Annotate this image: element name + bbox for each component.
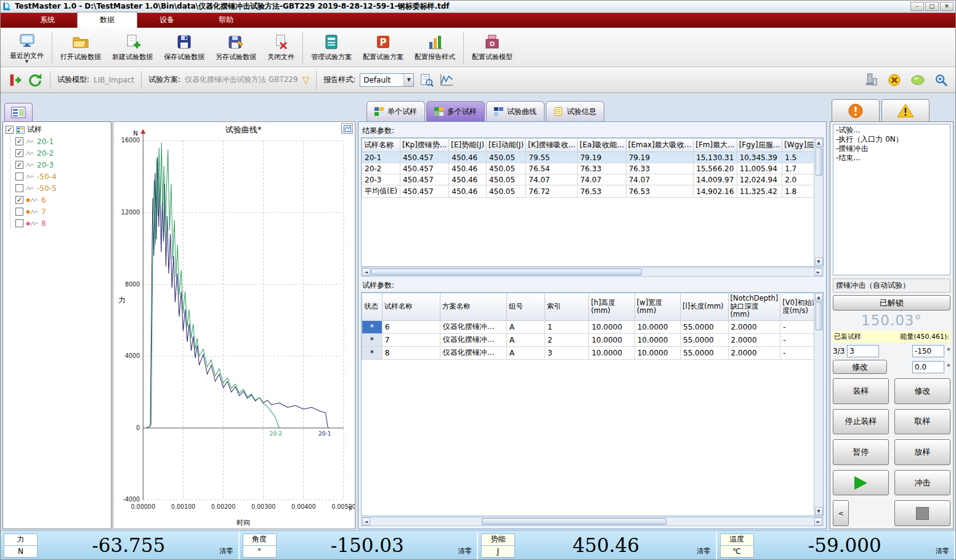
samples-vertical-scrollbar[interactable]: ▲ ▼ bbox=[814, 293, 823, 516]
clear-button[interactable]: 清零 bbox=[458, 546, 472, 558]
tree-item[interactable]: ✓20-2 bbox=[14, 147, 110, 159]
menu-item-1[interactable]: 数据 bbox=[77, 12, 137, 28]
column-header[interactable]: [h]高度 (mm) bbox=[589, 293, 634, 321]
tab-test-curve[interactable]: 试验曲线 bbox=[486, 101, 545, 121]
menu-item-0[interactable]: 系统 bbox=[18, 12, 77, 28]
scroll-thumb[interactable] bbox=[482, 518, 666, 525]
column-header[interactable]: [E]势能(J) bbox=[449, 139, 487, 152]
scroll-thumb[interactable] bbox=[816, 147, 822, 176]
tree-item-checkbox[interactable]: ✓ bbox=[15, 196, 23, 204]
tree-item-checkbox[interactable]: ✓ bbox=[15, 149, 23, 157]
save-data-button[interactable]: 保存试验数据 bbox=[158, 30, 210, 65]
column-header[interactable]: [Fm]最大... bbox=[694, 139, 737, 152]
scroll-thumb[interactable] bbox=[371, 269, 642, 275]
results-horizontal-scrollbar[interactable]: ◄ ► bbox=[361, 267, 824, 277]
scroll-left-arrow[interactable]: ◄ bbox=[362, 517, 370, 526]
table-row[interactable]: *6仪器化摆锤冲...A110.000010.000055.00002.0000… bbox=[362, 320, 823, 333]
results-vertical-scrollbar[interactable]: ▲ ▼ bbox=[814, 138, 823, 266]
column-header[interactable]: [Emax]最大吸收... bbox=[626, 139, 694, 152]
chart-export-button[interactable] bbox=[341, 123, 353, 134]
column-header[interactable]: [Fgy]屈服... bbox=[737, 139, 782, 152]
menu-item-2[interactable]: 设备 bbox=[137, 12, 196, 28]
table-row[interactable]: 20-3450.457450.46450.0574.0774.0774.0714… bbox=[362, 174, 824, 185]
pause-button[interactable]: 暂停 bbox=[833, 439, 889, 465]
open-data-button[interactable]: 打开试验数据 bbox=[55, 30, 107, 65]
load-sample-button[interactable]: 装样 bbox=[833, 378, 889, 404]
column-header[interactable]: [K]摆锤吸收... bbox=[526, 139, 578, 152]
start-button[interactable] bbox=[833, 470, 889, 496]
tree-item-checkbox[interactable] bbox=[15, 208, 23, 216]
tab-multi-sample[interactable]: 多个试样 bbox=[426, 101, 485, 121]
tree-item-checkbox[interactable] bbox=[15, 184, 23, 192]
stop-button[interactable] bbox=[894, 500, 950, 526]
table-row[interactable]: *8仪器化摆锤冲...A310.000010.000055.00002.0000… bbox=[362, 346, 823, 359]
config-model-button[interactable]: 配置试验模型 bbox=[466, 30, 518, 65]
target-angle-input[interactable] bbox=[912, 345, 944, 357]
tree-root[interactable]: ✓ 试样 bbox=[4, 124, 110, 136]
release-sample-button[interactable]: 放样 bbox=[894, 439, 950, 465]
minimize-button[interactable]: – bbox=[910, 2, 924, 11]
tab-test-info[interactable]: 试验信息 bbox=[546, 101, 604, 121]
tree-tab[interactable] bbox=[4, 103, 33, 121]
tree-item[interactable]: 8 bbox=[14, 217, 110, 229]
save-as-data-button[interactable]: 另存试验数据 bbox=[210, 30, 262, 65]
tree-item[interactable]: -50-5 bbox=[14, 182, 110, 194]
column-header[interactable]: [Kp]摆锤势... bbox=[400, 139, 448, 152]
scroll-right-arrow[interactable]: ► bbox=[814, 268, 822, 276]
samples-horizontal-scrollbar[interactable]: ◄ ► bbox=[361, 517, 824, 526]
clear-button[interactable]: 清零 bbox=[697, 546, 711, 558]
restore-button[interactable]: □ bbox=[925, 2, 939, 11]
scroll-down-arrow[interactable]: ▼ bbox=[815, 258, 823, 266]
table-row[interactable]: 20-1450.457450.46450.0579.5579.1979.1915… bbox=[362, 152, 824, 163]
column-header[interactable]: [Ea]吸收能... bbox=[577, 139, 626, 152]
tree-item-checkbox[interactable] bbox=[15, 219, 23, 227]
column-header[interactable]: [l]长度(mm) bbox=[681, 293, 729, 321]
config-report-button[interactable]: 配置报告样式 bbox=[409, 30, 461, 65]
tree-item-checkbox[interactable]: ✓ bbox=[15, 161, 23, 169]
scroll-up-arrow[interactable]: ▲ bbox=[815, 139, 823, 147]
tree-item-checkbox[interactable]: ✓ bbox=[15, 137, 23, 145]
print-preview-button[interactable] bbox=[418, 72, 434, 88]
tree-item[interactable]: ✓20-3 bbox=[14, 159, 110, 171]
tree-item[interactable]: ✓20-1 bbox=[14, 136, 110, 147]
column-header[interactable]: 状态 bbox=[362, 293, 383, 321]
curve-edit-button[interactable] bbox=[439, 72, 455, 88]
device-icon[interactable] bbox=[863, 72, 879, 88]
tree-item-checkbox[interactable] bbox=[15, 172, 23, 181]
zero-angle-input[interactable] bbox=[912, 361, 944, 373]
tab-warnings[interactable] bbox=[881, 99, 930, 121]
column-header[interactable]: 试样名称 bbox=[362, 139, 400, 152]
disconnect-icon[interactable] bbox=[886, 72, 902, 88]
clear-button[interactable]: 清零 bbox=[220, 546, 233, 558]
close-button[interactable]: ✕ bbox=[940, 2, 954, 11]
settings-search-button[interactable] bbox=[933, 72, 949, 88]
tree-item[interactable]: -50-4 bbox=[14, 171, 110, 182]
recent-files-button[interactable]: 最近的文件 ▼ bbox=[4, 30, 49, 65]
menu-item-3[interactable]: 帮助 bbox=[196, 12, 256, 28]
tree-item[interactable]: 7 bbox=[14, 206, 110, 217]
take-sample-button[interactable]: 取样 bbox=[894, 409, 950, 435]
tab-single-sample[interactable]: 单个试样 bbox=[367, 101, 425, 121]
scroll-down-arrow[interactable]: ▼ bbox=[815, 507, 823, 515]
impact-button[interactable]: 冲击 bbox=[894, 470, 950, 496]
status-lamp-icon[interactable] bbox=[910, 72, 926, 88]
column-header[interactable]: 索引 bbox=[545, 293, 589, 321]
column-header[interactable]: [Ei]动能(J) bbox=[487, 139, 526, 152]
chevron-down-icon[interactable]: ▼ bbox=[403, 74, 413, 86]
tree-root-checkbox[interactable]: ✓ bbox=[6, 126, 14, 134]
config-plan-button[interactable]: P 配置试验方案 bbox=[357, 30, 409, 65]
column-header[interactable]: 试样名称 bbox=[382, 293, 440, 321]
stop-loading-button[interactable]: 停止装样 bbox=[833, 409, 889, 435]
close-file-button[interactable]: 关闭文件 bbox=[262, 30, 300, 65]
table-row[interactable]: 20-2450.457450.46450.0576.5476.3376.3315… bbox=[362, 163, 824, 174]
column-header[interactable]: 方案名称 bbox=[440, 293, 506, 321]
modify-count-button[interactable]: 修改 bbox=[833, 360, 887, 374]
column-header[interactable]: 组号 bbox=[507, 293, 545, 321]
scroll-right-arrow[interactable]: ► bbox=[814, 517, 822, 526]
scroll-thumb[interactable] bbox=[816, 302, 822, 330]
table-row[interactable]: 平均值(E)450.457450.46450.0576.7276.5376.53… bbox=[362, 185, 824, 198]
tab-test-log[interactable] bbox=[832, 99, 880, 121]
scroll-up-arrow[interactable]: ▲ bbox=[815, 293, 823, 301]
manage-plan-button[interactable]: 管理试验方案 bbox=[306, 30, 357, 65]
refresh-button[interactable] bbox=[27, 72, 43, 88]
